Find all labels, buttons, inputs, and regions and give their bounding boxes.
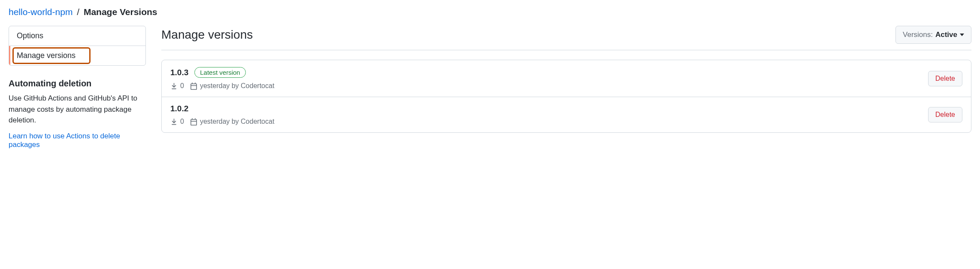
version-name: 1.0.3: [170, 68, 188, 77]
calendar-icon: [190, 83, 197, 90]
delete-button[interactable]: Delete: [928, 107, 962, 122]
sidebar: Options Manage versions Automating delet…: [9, 26, 146, 149]
versions-filter-dropdown[interactable]: Versions: Active: [895, 26, 971, 44]
downloads-value: 0: [180, 118, 184, 125]
sidebar-item-label: Manage versions: [17, 51, 76, 60]
automating-body: Use GitHub Actions and GitHub's API to m…: [9, 93, 146, 126]
version-list: 1.0.3 Latest version 0 yesterday by Code…: [161, 60, 971, 133]
breadcrumb-package-link[interactable]: hello-world-npm: [9, 7, 73, 17]
version-name: 1.0.2: [170, 104, 188, 113]
published-text: yesterday by Codertocat: [200, 118, 274, 125]
delete-button[interactable]: Delete: [928, 71, 962, 86]
version-row: 1.0.2 0 yesterday by Codertocat Delete: [162, 97, 971, 132]
settings-menu: Options Manage versions: [9, 26, 146, 66]
filter-value: Active: [935, 31, 957, 39]
published-text: yesterday by Codertocat: [200, 82, 274, 90]
main-content: Manage versions Versions: Active 1.0.3 L…: [161, 26, 971, 133]
filter-label: Versions:: [903, 31, 933, 39]
breadcrumb-separator: /: [77, 7, 79, 17]
downloads-count: 0: [170, 82, 184, 90]
published-info: yesterday by Codertocat: [190, 118, 274, 125]
main-header: Manage versions Versions: Active: [161, 26, 971, 50]
breadcrumb: hello-world-npm / Manage Versions: [9, 7, 971, 17]
latest-version-badge: Latest version: [194, 67, 245, 78]
downloads-count: 0: [170, 118, 184, 125]
version-row: 1.0.3 Latest version 0 yesterday by Code…: [162, 60, 971, 97]
chevron-down-icon: [960, 34, 964, 36]
breadcrumb-current: Manage Versions: [84, 7, 157, 17]
sidebar-item-options[interactable]: Options: [9, 26, 145, 46]
automating-deletion-section: Automating deletion Use GitHub Actions a…: [9, 79, 146, 149]
download-icon: [170, 118, 178, 125]
calendar-icon: [190, 118, 197, 125]
downloads-value: 0: [180, 82, 184, 90]
automating-heading: Automating deletion: [9, 79, 146, 89]
sidebar-item-label: Options: [17, 31, 43, 40]
learn-actions-link[interactable]: Learn how to use Actions to delete packa…: [9, 132, 146, 149]
published-info: yesterday by Codertocat: [190, 82, 274, 90]
sidebar-item-manage-versions[interactable]: Manage versions: [9, 46, 145, 65]
download-icon: [170, 83, 178, 90]
page-title: Manage versions: [161, 28, 253, 42]
